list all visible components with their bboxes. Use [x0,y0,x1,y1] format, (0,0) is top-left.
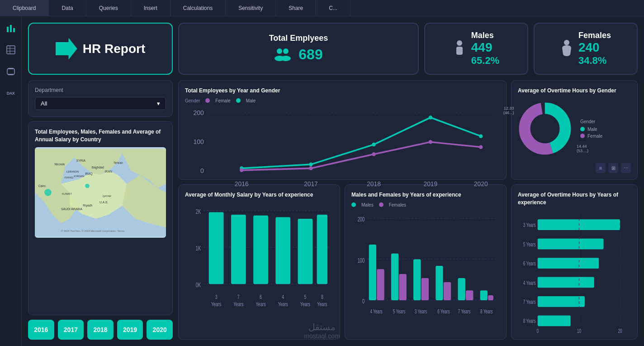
charts-bottom-row: Average of Monthly Salary by Years of ex… [178,184,638,340]
svg-text:QATAR: QATAR [103,194,111,197]
toolbar-clipboard[interactable]: Clipboard [0,0,49,16]
sidebar-icon-layers[interactable] [5,65,17,78]
toolbar-sensitivity[interactable]: Sensitivity [226,0,276,16]
svg-text:1K: 1K [196,245,201,252]
list-view-icon[interactable]: ≡ [596,163,606,173]
svg-point-13 [281,56,291,61]
svg-rect-3 [7,46,15,54]
svg-text:0: 0 [536,327,539,333]
svg-rect-98 [391,254,398,300]
svg-point-39 [44,189,51,196]
svg-text:Years: Years [300,301,310,307]
svg-text:Years: Years [211,301,221,307]
svg-text:7: 7 [237,293,240,299]
svg-text:3: 3 [215,293,218,299]
svg-rect-75 [275,217,290,284]
females-legend: Females [389,202,406,207]
toolbar: Clipboard Data Queries Insert Calculatio… [0,0,644,16]
year-btn-2017[interactable]: 2017 [58,320,84,340]
toolbar-share[interactable]: Share [276,0,316,16]
year-buttons: 2016 2017 2018 2019 2020 [28,320,173,340]
svg-point-60 [372,152,375,156]
svg-point-59 [309,166,313,170]
svg-point-54 [309,163,313,167]
line-chart-legend: Gender Female Male [185,98,500,103]
svg-text:8 Years: 8 Years [523,317,536,324]
gender-exp-bar-chart: 200 100 0 [351,210,500,333]
svg-point-11 [283,48,289,54]
toolbar-calculations[interactable]: Calculations [170,0,226,16]
svg-rect-77 [317,215,327,284]
total-employees-value: 689 [298,46,322,63]
sidebar-icon-barchart[interactable] [5,22,17,34]
svg-text:Cairo: Cairo [38,184,46,187]
svg-rect-123 [538,277,594,288]
male-legend-dot [236,98,241,103]
donut-male-legend: Male [587,127,597,132]
donut-female-label: (53....) [577,149,588,153]
charts-top-row: Total Employees by Year and Gender Gende… [178,80,638,180]
svg-text:SYRIA: SYRIA [76,159,86,162]
content: HR Report Total Emplyees 689 [22,16,644,346]
toolbar-insert[interactable]: Insert [131,0,170,16]
svg-point-14 [457,40,462,46]
year-btn-2018[interactable]: 2018 [87,320,114,340]
svg-rect-102 [436,266,443,300]
legend-item-male: Male [580,127,602,132]
gender-experience-card: Males and Females by Years of experience… [345,184,507,340]
toolbar-queries[interactable]: Queries [86,0,131,16]
svg-rect-8 [8,68,14,69]
svg-text:Nicosia: Nicosia [55,163,65,166]
year-btn-2016[interactable]: 2016 [28,320,54,340]
salary-experience-card: Average of Monthly Salary by Years of ex… [178,184,340,340]
svg-rect-107 [488,295,493,300]
svg-rect-99 [399,274,406,300]
year-btn-2019[interactable]: 2019 [117,320,143,340]
svg-rect-125 [538,315,571,326]
male-legend-label: Male [246,98,256,103]
svg-text:ISRAEL: ISRAEL [65,176,74,179]
map-title: Total Employees, Males, Females and Aver… [35,128,166,144]
toolbar-more[interactable]: C... [316,0,350,16]
overtime-gender-title: Average of Overtime Hours by Gender [518,87,631,95]
donut-male-label: (46...) [503,111,514,115]
svg-text:3 Years: 3 Years [415,308,427,314]
svg-text:0: 0 [362,298,365,305]
kpi-row: HR Report Total Emplyees 689 [28,23,638,75]
female-legend-color [580,134,585,138]
svg-text:100: 100 [358,256,365,264]
sidebar-icon-table[interactable] [5,43,17,56]
year-btn-2020[interactable]: 2020 [147,320,173,340]
svg-text:8 Years: 8 Years [480,308,492,314]
bottom-row: Department All ▾ Total Employees, Males,… [28,80,638,340]
svg-text:© 2024 TomTom, © 2024 Microsof: © 2024 TomTom, © 2024 Microsoft Corporat… [61,230,124,232]
svg-text:7 Years: 7 Years [523,298,536,304]
sidebar-icon-dax[interactable]: DAX [5,87,17,100]
males-card: Males 449 65.2% [424,23,528,75]
females-dot [379,202,384,207]
males-dot [351,202,356,207]
chevron-down-icon: ▾ [157,100,160,107]
svg-text:Years: Years [317,301,327,307]
svg-text:3 Years: 3 Years [523,221,536,228]
svg-text:0: 0 [200,167,204,174]
svg-rect-7 [7,69,14,74]
donut-female-value: 14.44 [577,144,588,149]
expand-icon[interactable]: ⊞ [608,163,618,173]
more-icon[interactable]: ⋯ [621,163,631,173]
svg-rect-2 [13,28,15,32]
total-employees-label: Total Emplyees [269,34,328,43]
males-value: 449 [471,40,499,55]
female-icon [560,39,573,60]
svg-text:2K: 2K [196,208,201,216]
svg-text:Years: Years [233,301,243,307]
svg-text:Years: Years [278,301,288,307]
svg-text:5 Years: 5 Years [393,308,405,314]
svg-rect-124 [538,296,585,307]
svg-text:Baghdad: Baghdad [92,165,104,169]
svg-point-10 [277,48,282,54]
toolbar-data[interactable]: Data [49,0,86,16]
svg-text:2018: 2018 [367,180,381,187]
department-dropdown[interactable]: All ▾ [35,97,166,110]
main-layout: DAX HR Report Total Emplyees [0,16,644,346]
